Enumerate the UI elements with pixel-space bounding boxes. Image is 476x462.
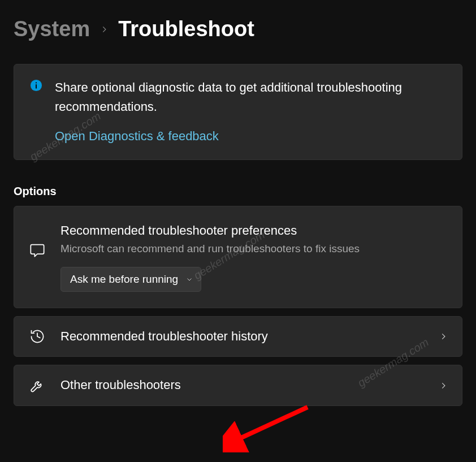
- chevron-right-icon: [439, 333, 447, 340]
- other-troubleshooters-title: Other troubleshooters: [60, 377, 425, 394]
- preference-mode-dropdown-value: Ask me before running: [70, 273, 178, 286]
- recommended-history-title: Recommended troubleshooter history: [60, 328, 425, 346]
- svg-line-4: [234, 407, 308, 441]
- recommended-history-card[interactable]: Recommended troubleshooter history: [14, 316, 462, 357]
- options-section-heading: Options: [14, 185, 462, 198]
- chat-bubble-icon: [29, 241, 46, 258]
- chevron-right-icon: [100, 25, 108, 33]
- info-icon: [30, 78, 42, 144]
- wrench-icon: [29, 377, 46, 394]
- diagnostic-info-card: Share optional diagnostic data to get ad…: [14, 64, 462, 160]
- diagnostic-info-text: Share optional diagnostic data to get ad…: [55, 78, 446, 116]
- svg-rect-2: [36, 83, 37, 84]
- open-diagnostics-feedback-link[interactable]: Open Diagnostics & feedback: [55, 129, 219, 144]
- other-troubleshooters-card[interactable]: Other troubleshooters: [14, 365, 462, 406]
- recommended-preferences-title: Recommended troubleshooter preferences: [60, 222, 447, 240]
- recommended-preferences-card: Recommended troubleshooter preferences M…: [14, 206, 462, 308]
- page-title: Troubleshoot: [118, 17, 254, 41]
- breadcrumb-parent-link[interactable]: System: [14, 17, 90, 41]
- annotation-arrow: [223, 401, 313, 452]
- chevron-down-icon: [186, 276, 193, 283]
- chevron-right-icon: [439, 382, 447, 390]
- svg-rect-1: [36, 84, 37, 88]
- preference-mode-dropdown[interactable]: Ask me before running: [60, 267, 201, 292]
- breadcrumb: System Troubleshoot: [14, 17, 462, 41]
- recommended-preferences-subtitle: Microsoft can recommend and run troubles…: [60, 241, 447, 257]
- history-icon: [29, 328, 46, 345]
